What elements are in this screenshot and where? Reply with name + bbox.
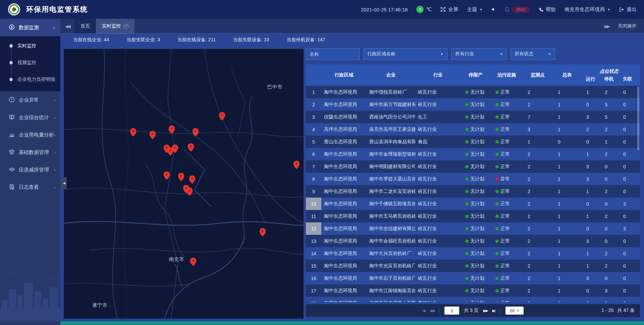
table-row[interactable]: 14阆中生态环境局阆中大兴页岩机砖厂砖瓦行业无计划正常21120: [306, 247, 640, 260]
cell-stopped: 2: [600, 247, 618, 260]
table-row[interactable]: 2阆中生态环境局阆中市南方节能建材有砖瓦行业无计划正常21030: [306, 98, 640, 111]
sidebar-group-7[interactable]: 日志查看‹: [0, 178, 60, 196]
cell-treatment-status: 正常: [491, 198, 523, 210]
row-index: 6: [306, 148, 321, 160]
cell-stopped: 3: [600, 284, 618, 297]
sound-button[interactable]: [491, 7, 496, 12]
tab-close-icon[interactable]: ✕: [123, 24, 128, 29]
cell-running: 0: [581, 98, 600, 111]
map-pin-icon[interactable]: [219, 112, 225, 122]
cell-stopped: 6: [600, 297, 618, 302]
table-row[interactable]: 11阆中生态环境局阆中市五马桥页岩机砖砖瓦行业无计划正常21120: [306, 210, 640, 222]
name-filter-field[interactable]: [306, 48, 360, 60]
map-pin-icon[interactable]: [260, 228, 266, 238]
map-pin-icon[interactable]: [168, 125, 175, 135]
last-page-button[interactable]: ▶|: [492, 309, 495, 313]
map-city-label: 南充市: [169, 256, 184, 263]
map-pin-icon[interactable]: [149, 131, 156, 141]
sidebar-item-实时监控[interactable]: 实时监控: [0, 38, 60, 54]
cell-industry: 砖瓦行业: [415, 86, 461, 98]
theme-dropdown[interactable]: 主题 ▼: [467, 6, 483, 13]
sidebar-group-5[interactable]: 基础数据管理‹: [0, 144, 60, 161]
sidebar-group-4[interactable]: 企业用电量分析‹: [0, 126, 60, 144]
table-row[interactable]: 1阆中生态环境局阆中强锐页岩砖厂砖瓦行业无计划正常21120: [306, 86, 640, 98]
table-row[interactable]: 9阆中生态环境局阆中市二龙长宝页岩砖砖瓦行业无计划正常21120: [306, 185, 640, 198]
stat-item: 当前失联设备: 10: [233, 37, 269, 43]
cell-industry: 砖瓦行业: [415, 198, 461, 210]
table-row[interactable]: 10阆中生态环境局阆中千佛镇五郎垭页岩砖瓦行业无计划正常21003: [306, 198, 640, 210]
map-pin-icon[interactable]: [189, 175, 195, 185]
notifications[interactable]: 2632: [505, 6, 530, 13]
table-row[interactable]: 16阆中生态环境局阆中市石子页岩机砖厂砖瓦行业无计划正常21300: [306, 272, 640, 284]
panel-collapse-button[interactable]: ◀: [61, 177, 67, 189]
industry-filter-select[interactable]: 所有行业 ▼: [451, 48, 507, 60]
map-pin-icon[interactable]: [187, 143, 194, 153]
cell-points: 2: [523, 284, 553, 297]
table-row[interactable]: 15阆中生态环境局阆中市光富页岩机砖厂砖瓦行业无计划正常21120: [306, 260, 640, 272]
name-filter-input[interactable]: [310, 51, 356, 57]
chevron-left-icon: ‹: [54, 167, 56, 172]
cell-meter: 1: [553, 297, 581, 302]
map-pin-icon[interactable]: [178, 173, 184, 182]
col-header-production: 停限产: [461, 64, 491, 86]
table-row[interactable]: 13阆中生态环境局阆中市金福旺页岩机砖砖瓦行业无计划正常21300: [306, 235, 640, 247]
next-page-button[interactable]: ▶▶: [483, 309, 488, 313]
map-pin-icon[interactable]: [172, 145, 178, 154]
sidebar-item-企业电力负荷明细[interactable]: 企业电力负荷明细: [0, 71, 60, 88]
cell-industry: 砖瓦行业: [415, 284, 461, 297]
status-text: 正常: [500, 213, 510, 219]
help-button[interactable]: 帮助: [538, 6, 556, 13]
logout-button[interactable]: 退出: [619, 6, 637, 13]
table-row[interactable]: 8阆中生态环境局阆中市枣碧大梁山页岩砖瓦行业无计划异常21300: [306, 173, 640, 185]
status-filter-select[interactable]: 所有状态 ▼: [511, 48, 555, 60]
map-panel[interactable]: 巴中市南充市遂宁市: [64, 49, 304, 319]
table-row[interactable]: 18南部生态环境局南部县瑞丰混凝土有限公商砼行业无计划正常21060: [306, 297, 640, 302]
page-number-input[interactable]: [444, 307, 459, 315]
cell-treatment-status: 正常: [491, 136, 523, 148]
map-pin-icon[interactable]: [190, 258, 197, 267]
status-text: 无计划: [470, 275, 484, 281]
cell-industry: 砖瓦行业: [415, 247, 461, 260]
tabbar: ◀◀ 首页 实时监控 ✕ ▶▶ 关闭操作: [60, 19, 644, 34]
map-pin-icon[interactable]: [293, 161, 300, 170]
table-row[interactable]: 4高坪生态环境局南充市高坪区王家店建砖瓦行业无计划正常31220: [306, 123, 640, 136]
sidebar-group-1[interactable]: 数据监测∨: [0, 19, 60, 36]
status-text: 正常: [500, 126, 510, 132]
tabs-scroll-right-button[interactable]: ▶▶: [604, 24, 609, 29]
sidebar-item-视频监控[interactable]: 视频监控: [0, 54, 60, 71]
sidebar-group-3[interactable]: 企业综合统计‹: [0, 109, 60, 126]
table-row[interactable]: 12阆中生态环境局阆中市忠信建材有限公砖瓦行业无计划正常21003: [306, 222, 640, 235]
table-row[interactable]: 17阆中生态环境局阆中市江南镇阆南页岩砖瓦行业无计划正常21030: [306, 284, 640, 297]
org-dropdown[interactable]: 南充市生态环境局 ▼: [565, 6, 610, 13]
prev-page-button[interactable]: ◀◀: [430, 309, 434, 313]
page-size-select[interactable]: 20 ▼: [505, 307, 524, 315]
map-pin-icon[interactable]: [130, 128, 137, 138]
cell-region: 阆中生态环境局: [321, 86, 367, 98]
chevron-down-icon: ▼: [436, 52, 444, 56]
cell-stopped: 0: [600, 272, 618, 284]
fullscreen-button[interactable]: 全屏: [440, 6, 458, 13]
cell-meter: 1: [553, 148, 581, 160]
cell-production-status: 无计划: [461, 235, 491, 247]
sidebar-group-6[interactable]: 应急减排管理‹: [0, 161, 60, 178]
first-page-button[interactable]: |◀: [422, 309, 425, 313]
tab-home[interactable]: 首页: [74, 19, 96, 34]
sidebar-group-label: 企业综合统计: [19, 114, 49, 121]
map-pin-icon[interactable]: [164, 171, 170, 181]
status-text: 无计划: [470, 89, 484, 95]
table-row[interactable]: 5营山生态环境局营山县润丰肉食品有限食品无计划正常10010: [306, 136, 640, 148]
close-operations-button[interactable]: 关闭操作: [618, 23, 637, 29]
table-scrollbar[interactable]: [637, 86, 639, 302]
cell-running: 0: [581, 198, 600, 210]
cell-region: 阆中生态环境局: [321, 235, 367, 247]
sidebar-group-2[interactable]: 企业异常‹: [0, 91, 60, 109]
region-filter-select[interactable]: 行政区域名称 ▼: [364, 48, 447, 60]
tabs-scroll-left-button[interactable]: ◀◀: [60, 19, 74, 34]
tab-realtime-monitor[interactable]: 实时监控 ✕: [96, 19, 135, 34]
datetime: 2021-02-25 17:46:18: [361, 7, 408, 12]
table-row[interactable]: 6阆中生态环境局阆中市金博瑞新型墙材砖瓦行业无计划正常21120: [306, 148, 640, 160]
map-pin-icon[interactable]: [186, 187, 193, 197]
table-row[interactable]: 3仪陇生态环境局西南油气田分公司川中化工无计划正常71350: [306, 111, 640, 123]
table-row[interactable]: 7阆中生态环境局阆中明阳建材有限公司砖瓦行业无计划正常21300: [306, 160, 640, 173]
map-pin-icon[interactable]: [193, 128, 199, 138]
